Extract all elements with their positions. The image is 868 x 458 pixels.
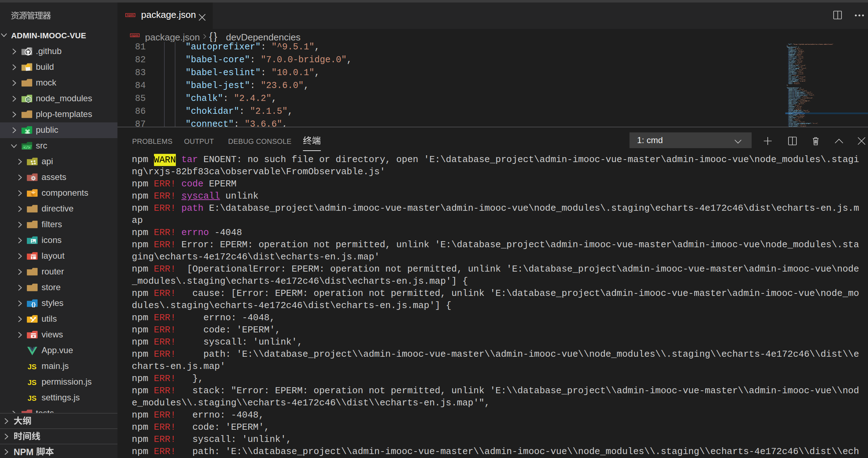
svg-text:},: }, [785, 84, 788, 86]
svg-text:npm: npm [131, 34, 139, 37]
svg-text:"serve-static": "^1.13.2",: "serve-static": "^1.13.2", [785, 126, 807, 127]
svg-text:</>: </> [24, 146, 30, 150]
svg-text:JS: JS [28, 362, 37, 371]
svg-text:JS: JS [28, 394, 37, 402]
svg-text:npm: npm [127, 13, 134, 17]
svg-text:"url": "https;//github.com/Pan: "url": "https;//github.com/PanJiaChen/vu… [785, 44, 833, 45]
svg-text:JS: JS [26, 98, 30, 101]
svg-text:{}: {} [31, 301, 35, 307]
svg-text:JS: JS [28, 378, 37, 386]
